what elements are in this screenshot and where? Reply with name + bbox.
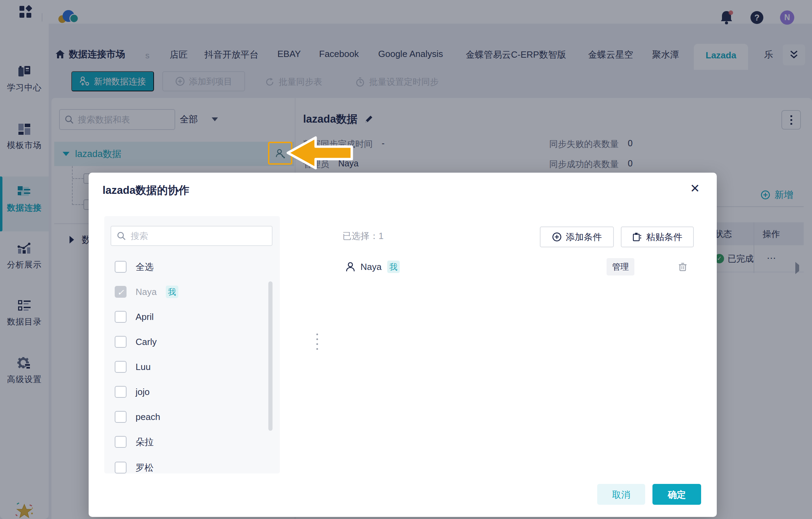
member-search-box[interactable] [111, 226, 273, 246]
plus-circle-icon [552, 232, 562, 242]
checkbox[interactable] [115, 311, 127, 323]
me-badge: 我 [166, 286, 178, 298]
checkbox[interactable] [115, 462, 127, 473]
add-condition-button[interactable]: 添加条件 [540, 226, 614, 247]
checkbox[interactable] [115, 411, 127, 423]
trash-icon[interactable] [678, 262, 687, 272]
app-screen: ? N 学习中心 模板市场 [0, 0, 812, 519]
selected-member-name: Naya [360, 262, 382, 272]
selected-count-label: 已选择：1 [342, 230, 383, 242]
person-icon [346, 262, 355, 272]
checkbox[interactable] [115, 386, 127, 398]
checkbox[interactable] [115, 436, 127, 448]
member-name: Carly [136, 337, 157, 347]
collaboration-modal: lazada数据的协作 ✕ 全选 ✓ Naya 我 April [89, 173, 717, 517]
role-dropdown[interactable]: 管理 [607, 258, 634, 275]
member-row-naya[interactable]: ✓ Naya 我 [115, 285, 178, 299]
member-row[interactable]: 朵拉 [115, 435, 154, 449]
select-all-label: 全选 [136, 261, 154, 273]
confirm-button[interactable]: 确定 [652, 484, 701, 505]
select-all-row[interactable]: 全选 [115, 260, 154, 274]
checkbox[interactable] [115, 361, 127, 373]
member-row[interactable]: April [115, 310, 154, 324]
panel-drag-handle[interactable] [316, 333, 318, 350]
member-row-clipped[interactable]: 罗松 [115, 461, 154, 473]
paste-icon [632, 232, 642, 242]
member-name: peach [136, 412, 160, 422]
member-name: 朵拉 [136, 436, 154, 448]
search-icon [117, 231, 126, 240]
paste-condition-button[interactable]: 粘贴条件 [621, 226, 694, 247]
cancel-button[interactable]: 取消 [597, 484, 645, 505]
selected-member-row: Naya 我 管理 [346, 257, 697, 277]
member-row[interactable]: Luu [115, 360, 151, 374]
paste-condition-label: 粘贴条件 [646, 231, 682, 243]
member-row[interactable]: Carly [115, 335, 157, 349]
checkbox[interactable] [115, 336, 127, 348]
add-condition-label: 添加条件 [566, 231, 602, 243]
member-name: jojo [136, 387, 149, 397]
member-search-input[interactable] [130, 231, 262, 241]
checkbox[interactable] [115, 261, 127, 273]
modal-title: lazada数据的协作 [103, 183, 189, 198]
annotation-arrow-icon [285, 131, 355, 180]
member-name: April [136, 312, 154, 322]
me-badge: 我 [387, 261, 400, 273]
checkbox-checked[interactable]: ✓ [115, 286, 127, 298]
member-picker-panel: 全选 ✓ Naya 我 April Carly Luu jojo [104, 216, 280, 473]
member-name: 罗松 [136, 462, 154, 474]
member-name: Luu [136, 362, 151, 372]
member-name: Naya [136, 287, 157, 297]
close-icon[interactable]: ✕ [690, 182, 700, 194]
scrollbar-thumb[interactable] [268, 281, 273, 431]
member-row[interactable]: peach [115, 410, 160, 424]
member-row[interactable]: jojo [115, 385, 149, 399]
